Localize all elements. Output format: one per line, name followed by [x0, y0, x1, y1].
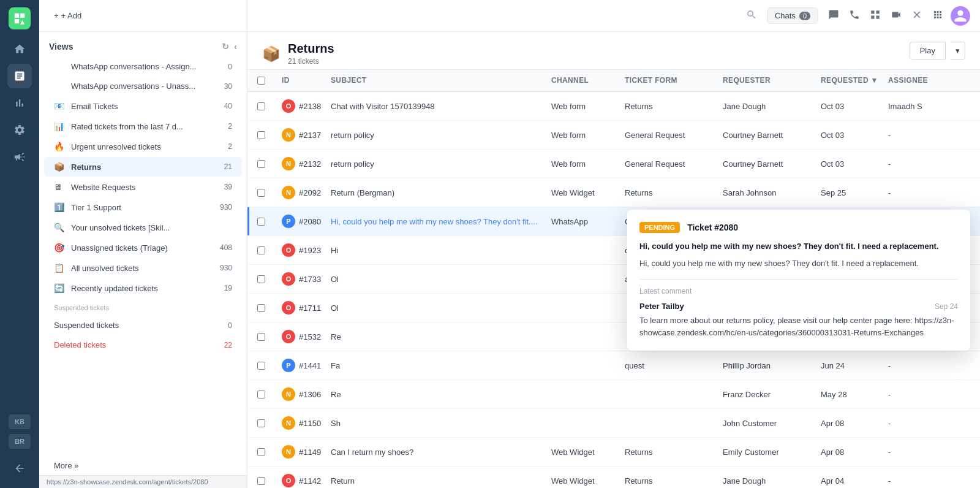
- sidebar-item-whatsapp-conversations---unass[interactable]: WhatsApp conversations - Unass... 30: [44, 77, 242, 96]
- play-button[interactable]: Play: [910, 42, 946, 59]
- row-id-text: #1306: [299, 390, 321, 399]
- col-assignee: Assignee: [883, 70, 975, 91]
- kb-icon[interactable]: KB: [9, 414, 31, 429]
- status-icon: O: [282, 301, 295, 315]
- row-subject[interactable]: Re: [326, 322, 546, 351]
- status-icon: N: [282, 416, 295, 430]
- table-row[interactable]: N #1150 Sh John Customer Apr 08 -: [247, 409, 980, 438]
- view-actions: Play ▾: [910, 42, 965, 69]
- row-requester: Phillip Jordan: [718, 351, 816, 379]
- row-subject[interactable]: Return (Bergman): [326, 178, 546, 207]
- subject-text: return policy: [331, 131, 374, 140]
- chats-button[interactable]: Chats 0: [767, 7, 818, 24]
- row-subject[interactable]: Fa: [326, 351, 546, 379]
- table-row[interactable]: O #2138 Chat with Visitor 1570139948 Web…: [247, 92, 980, 121]
- row-channel: Web form: [546, 121, 620, 149]
- row-requester: Sarah Johnson: [718, 178, 816, 207]
- br-icon[interactable]: BR: [9, 434, 31, 449]
- row-subject[interactable]: Ol: [326, 265, 546, 293]
- table-row[interactable]: N #2132 return policy Web form General R…: [247, 150, 980, 178]
- row-checkbox: [252, 121, 277, 149]
- row-id-text: #2132: [299, 159, 321, 169]
- close-icon[interactable]: [909, 7, 925, 25]
- tickets-icon[interactable]: [7, 64, 32, 88]
- sidebar-label: Your unsolved tickets [Skil...: [71, 223, 232, 232]
- row-subject[interactable]: Hi, could you help me with my new shoes?…: [326, 207, 546, 235]
- bottom-icon[interactable]: [7, 456, 32, 481]
- sidebar-count: 0: [228, 63, 232, 71]
- sidebar-icon: 🖥: [54, 182, 66, 192]
- sidebar-item-suspended[interactable]: Suspended tickets0: [44, 316, 242, 335]
- table-row[interactable]: N #2137 return policy Web form General R…: [247, 121, 980, 150]
- row-assignee: -: [883, 121, 975, 149]
- add-button[interactable]: + + Add: [49, 9, 86, 23]
- sidebar-icon: 📊: [54, 121, 66, 131]
- chats-count: 0: [799, 12, 810, 20]
- sidebar-label: WhatsApp conversations - Assign...: [71, 62, 228, 71]
- announcements-icon[interactable]: [7, 145, 32, 169]
- sidebar-count: 19: [224, 284, 232, 292]
- refresh-icon[interactable]: ↻: [222, 42, 229, 51]
- sidebar-count: 2: [228, 122, 232, 131]
- more-link[interactable]: More »: [39, 456, 247, 475]
- sidebar-item-rated-tickets-from-the-last-7-[interactable]: 📊 Rated tickets from the last 7 d... 2: [44, 116, 242, 136]
- row-subject[interactable]: Re: [326, 380, 546, 408]
- sidebar-item-website-requests[interactable]: 🖥 Website Requests 39: [44, 177, 242, 197]
- ticket-table: ID Subject Channel Ticket form Requester…: [247, 70, 980, 488]
- row-subject[interactable]: return policy: [326, 150, 546, 178]
- row-subject[interactable]: return policy: [326, 121, 546, 149]
- table-header: ID Subject Channel Ticket form Requester…: [247, 70, 980, 92]
- sidebar-item-unassigned-tickets-triage[interactable]: 🎯 Unassigned tickets (Triage) 408: [44, 238, 242, 257]
- add-label: + Add: [61, 11, 82, 20]
- sidebar-item-returns[interactable]: 📦 Returns 21: [44, 157, 242, 177]
- search-icon[interactable]: [744, 7, 760, 25]
- status-icon: P: [282, 359, 295, 372]
- sidebar-item-urgent-unresolved-tickets[interactable]: 🔥 Urgent unresolved tickets 2: [44, 137, 242, 156]
- row-subject[interactable]: Chat with Visitor 1570139948: [326, 92, 546, 120]
- row-checkbox: [252, 294, 277, 322]
- status-icon: N: [282, 186, 295, 199]
- sidebar-item-recently-updated-tickets[interactable]: 🔄 Recently updated tickets 19: [44, 278, 242, 298]
- sidebar-item-email-tickets[interactable]: 📧 Email Tickets 40: [44, 96, 242, 116]
- row-id: N #1306: [277, 380, 326, 408]
- row-checkbox: [252, 351, 277, 379]
- avatar[interactable]: [951, 6, 970, 26]
- app-logo[interactable]: [9, 7, 31, 29]
- row-subject[interactable]: Can I return my shoes?: [326, 438, 546, 466]
- play-dropdown-button[interactable]: ▾: [951, 42, 965, 59]
- settings-icon[interactable]: [7, 118, 32, 142]
- collapse-icon[interactable]: ‹: [234, 42, 237, 51]
- video-icon[interactable]: [888, 7, 904, 25]
- sidebar-item-all-unsolved-tickets[interactable]: 📋 All unsolved tickets 930: [44, 258, 242, 278]
- sidebar-item-whatsapp-conversations---assig[interactable]: WhatsApp conversations - Assign... 0: [44, 57, 242, 76]
- phone-icon[interactable]: [846, 7, 862, 25]
- row-form: General Request: [620, 121, 718, 149]
- sidebar-item-tier-1-support[interactable]: 1️⃣ Tier 1 Support 930: [44, 197, 242, 217]
- apps-icon[interactable]: [930, 7, 946, 25]
- row-subject[interactable]: Return: [326, 467, 546, 488]
- row-subject[interactable]: Sh: [326, 409, 546, 437]
- chat-icon[interactable]: [826, 7, 842, 25]
- reporting-icon[interactable]: [7, 91, 32, 115]
- row-subject[interactable]: Hi: [326, 236, 546, 264]
- table-row[interactable]: N #1149 Can I return my shoes? Web Widge…: [247, 438, 980, 467]
- table-row[interactable]: N #2092 Return (Bergman) Web Widget Retu…: [247, 178, 980, 207]
- select-all-checkbox[interactable]: [257, 77, 265, 85]
- row-id: O #1142: [277, 467, 326, 488]
- ticket-popup: PENDING Ticket #2080 Hi, could you help …: [627, 210, 970, 351]
- sidebar-label: WhatsApp conversations - Unass...: [71, 82, 224, 91]
- sidebar-icon: 🔥: [54, 142, 66, 151]
- sidebar-item-deleted[interactable]: Deleted tickets22: [44, 335, 242, 354]
- home-icon[interactable]: [7, 37, 32, 61]
- row-id-text: #2137: [299, 131, 321, 140]
- table-row[interactable]: P #1441 Fa quest Phillip Jordan Jun 24 -: [247, 351, 980, 380]
- row-checkbox: [252, 207, 277, 235]
- row-subject[interactable]: Ol: [326, 294, 546, 322]
- table-row[interactable]: O #1142 Return Web Widget Returns Jane D…: [247, 467, 980, 488]
- row-channel: Web Widget: [546, 467, 620, 488]
- sidebar-item-your-unsolved-tickets-skil[interactable]: 🔍 Your unsolved tickets [Skil...: [44, 218, 242, 237]
- view-title: Returns: [288, 42, 334, 56]
- grid-icon[interactable]: [867, 7, 883, 25]
- table-row[interactable]: N #1306 Re Franz Decker May 28 -: [247, 380, 980, 409]
- view-header: 📦 Returns 21 tickets Play ▾: [247, 32, 980, 70]
